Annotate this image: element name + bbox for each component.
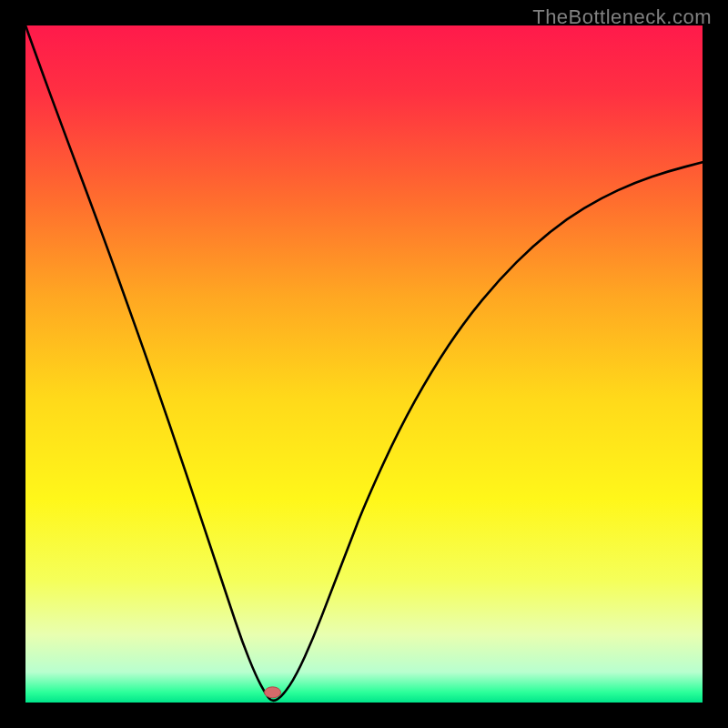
chart-gradient-bg	[25, 25, 703, 703]
chart-frame: TheBottleneck.com	[0, 0, 728, 728]
optimal-point-marker	[265, 687, 281, 698]
watermark-text: TheBottleneck.com	[532, 5, 712, 29]
bottleneck-chart	[0, 0, 728, 728]
